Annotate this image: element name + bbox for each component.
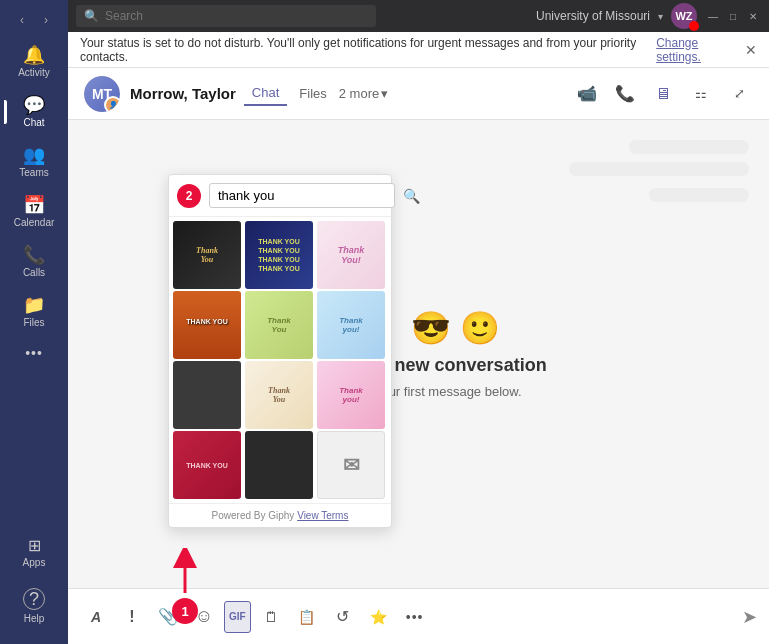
- gif-item[interactable]: [245, 431, 313, 499]
- teams-icon: 👥: [23, 146, 45, 164]
- send-button[interactable]: ➤: [742, 606, 757, 628]
- sidebar-item-label: Apps: [23, 557, 46, 568]
- contact-header: MT 👤 Morrow, Taylor Chat Files 2 more ▾ …: [68, 68, 769, 120]
- step-badge: 2: [177, 184, 201, 208]
- chat-emoji: 😎 🙂: [411, 309, 500, 347]
- view-terms-link[interactable]: View Terms: [297, 510, 348, 521]
- dnd-badge: [689, 21, 699, 31]
- notification-text: Your status is set to do not disturb. Yo…: [80, 36, 652, 64]
- notification-close-button[interactable]: ✕: [745, 42, 757, 58]
- sidebar-item-label: Calendar: [14, 217, 55, 228]
- sticker-button[interactable]: 🗒: [255, 601, 287, 633]
- sidebar-item-label: Teams: [19, 167, 48, 178]
- search-box[interactable]: 🔍: [76, 5, 376, 27]
- tab-more[interactable]: 2 more ▾: [339, 86, 388, 101]
- format-button[interactable]: A: [80, 601, 112, 633]
- close-button[interactable]: ✕: [745, 8, 761, 24]
- gif-footer: Powered By Giphy View Terms: [169, 503, 391, 527]
- help-icon: ?: [23, 588, 45, 610]
- sidebar-item-label: Activity: [18, 67, 50, 78]
- sidebar-item-more[interactable]: •••: [4, 338, 64, 368]
- sidebar-item-apps[interactable]: ⊞ Apps: [4, 530, 64, 576]
- maximize-button[interactable]: □: [725, 8, 741, 24]
- gif-panel: 2 🔍 ThankYou THANK YOUTHANK YOUTHANK YOU…: [168, 174, 392, 528]
- schedule-button[interactable]: 📋: [291, 601, 323, 633]
- more-icon: •••: [25, 346, 43, 360]
- sidebar-item-calls[interactable]: 📞 Calls: [4, 238, 64, 286]
- change-settings-link[interactable]: Change settings.: [656, 36, 741, 64]
- sidebar-item-teams[interactable]: 👥 Teams: [4, 138, 64, 186]
- window-controls: — □ ✕: [705, 8, 761, 24]
- apps-icon: ⊞: [28, 538, 41, 554]
- audio-call-button[interactable]: 📞: [611, 80, 639, 108]
- gif-item[interactable]: THANK YOU: [173, 291, 241, 359]
- gif-item[interactable]: Thankyou!: [317, 291, 385, 359]
- loop-button[interactable]: ↺: [327, 601, 359, 633]
- message-bubble: [629, 140, 749, 154]
- new-conversation-subtitle: ur first message below.: [389, 384, 522, 399]
- more-chevron-icon: ▾: [381, 86, 388, 101]
- sidebar-nav-arrows: ‹ ›: [12, 10, 56, 30]
- contact-name: Morrow, Taylor: [130, 85, 236, 102]
- nav-forward-button[interactable]: ›: [36, 10, 56, 30]
- tenant-name: University of Missouri: [536, 9, 650, 23]
- chat-area: 😎 🙂 g a new conversation ur first messag…: [68, 120, 769, 588]
- user-avatar[interactable]: WZ: [671, 3, 697, 29]
- tab-chat[interactable]: Chat: [244, 81, 287, 106]
- gif-item[interactable]: ✉: [317, 431, 385, 499]
- activity-icon: 🔔: [23, 46, 45, 64]
- calendar-icon: 📅: [23, 196, 45, 214]
- accessibility-button[interactable]: ⚏: [687, 80, 715, 108]
- sidebar-item-help[interactable]: ? Help: [4, 580, 64, 632]
- gif-item[interactable]: THANK YOUTHANK YOUTHANK YOUTHANK YOU: [245, 221, 313, 289]
- gif-item[interactable]: ThankYou: [245, 361, 313, 429]
- sidebar-item-files[interactable]: 📁 Files: [4, 288, 64, 336]
- gif-item[interactable]: Thankyou!: [317, 361, 385, 429]
- gif-search-icon[interactable]: 🔍: [403, 188, 420, 204]
- gif-item[interactable]: THANK YOU: [173, 431, 241, 499]
- share-screen-button[interactable]: 🖥: [649, 80, 677, 108]
- search-input[interactable]: [105, 9, 368, 23]
- minimize-button[interactable]: —: [705, 8, 721, 24]
- titlebar: 🔍 University of Missouri ▾ WZ — □ ✕: [68, 0, 769, 32]
- gif-item[interactable]: ThankYou!: [317, 221, 385, 289]
- nav-back-button[interactable]: ‹: [12, 10, 32, 30]
- video-call-button[interactable]: 📹: [573, 80, 601, 108]
- urgent-button[interactable]: !: [116, 601, 148, 633]
- notification-bar: Your status is set to do not disturb. Yo…: [68, 32, 769, 68]
- sidebar-item-label: Help: [24, 613, 45, 624]
- more-options-button[interactable]: •••: [399, 601, 431, 633]
- files-icon: 📁: [23, 296, 45, 314]
- tenant-chevron-icon[interactable]: ▾: [658, 11, 663, 22]
- sidebar-item-activity[interactable]: 🔔 Activity: [4, 38, 64, 86]
- contact-actions: 📹 📞 🖥 ⚏ ⤢: [573, 80, 753, 108]
- gif-search-row: 2 🔍: [169, 175, 391, 217]
- gif-button[interactable]: GIF: [224, 601, 251, 633]
- sidebar-item-label: Files: [23, 317, 44, 328]
- message-bubble: [649, 188, 749, 202]
- gif-grid: ThankYou THANK YOUTHANK YOUTHANK YOUTHAN…: [169, 217, 391, 503]
- contact-avatar: MT 👤: [84, 76, 120, 112]
- main-area: 🔍 University of Missouri ▾ WZ — □ ✕ Your…: [68, 0, 769, 644]
- gif-item[interactable]: [173, 361, 241, 429]
- gif-item[interactable]: ThankYou: [245, 291, 313, 359]
- search-icon: 🔍: [84, 9, 99, 23]
- gif-search-input[interactable]: [209, 183, 395, 208]
- titlebar-right: University of Missouri ▾ WZ — □ ✕: [536, 3, 761, 29]
- sidebar: ‹ › 🔔 Activity 💬 Chat 👥 Teams 📅 Calendar…: [0, 0, 68, 644]
- message-toolbar: A ! 📎 ☺ GIF 🗒 📋 ↺ ⭐ ••• ➤: [68, 588, 769, 644]
- attach-button[interactable]: 📎: [152, 601, 184, 633]
- message-bubble: [569, 162, 749, 176]
- sidebar-item-chat[interactable]: 💬 Chat: [4, 88, 64, 136]
- pop-out-button[interactable]: ⤢: [725, 80, 753, 108]
- chat-messages: [569, 140, 749, 202]
- sidebar-item-label: Chat: [23, 117, 44, 128]
- praise-button[interactable]: ⭐: [363, 601, 395, 633]
- tab-files[interactable]: Files: [291, 82, 334, 105]
- sidebar-item-calendar[interactable]: 📅 Calendar: [4, 188, 64, 236]
- contact-tabs: Chat Files 2 more ▾: [244, 81, 388, 106]
- giphy-credit: Powered By Giphy: [212, 510, 295, 521]
- calls-icon: 📞: [23, 246, 45, 264]
- emoji-button[interactable]: ☺: [188, 601, 220, 633]
- gif-item[interactable]: ThankYou: [173, 221, 241, 289]
